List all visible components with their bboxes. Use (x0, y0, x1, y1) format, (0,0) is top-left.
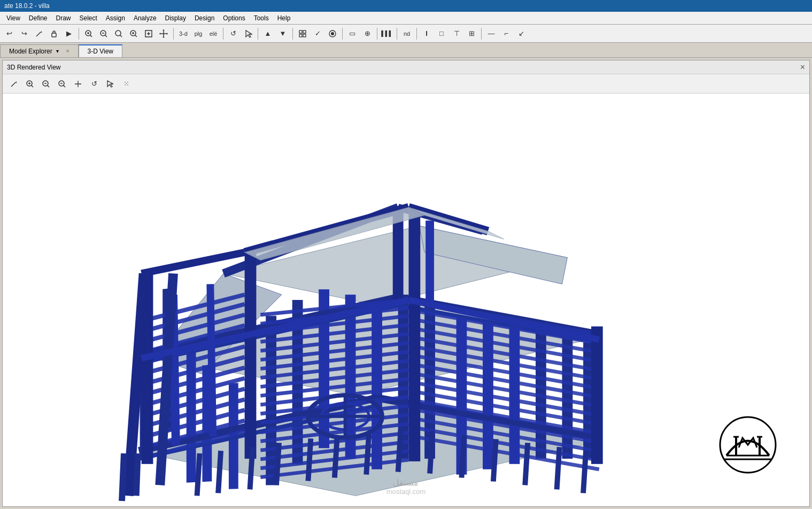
sep5 (292, 28, 293, 40)
pencil-view-button[interactable] (7, 77, 21, 91)
svg-line-141 (461, 435, 464, 477)
svg-line-35 (64, 85, 66, 87)
undo-button[interactable]: ↩ (2, 27, 16, 41)
zoom-prev-button[interactable] (112, 27, 126, 41)
mostaql-arabic: مستقل (386, 477, 426, 488)
svg-line-132 (197, 453, 200, 496)
reset-view-button[interactable]: ↺ (87, 77, 101, 91)
text-tool-button[interactable]: I (420, 27, 434, 41)
run-button[interactable]: ▶ (62, 27, 76, 41)
sep8 (397, 28, 397, 40)
reset-button[interactable]: ↺ (226, 27, 240, 41)
grid-button[interactable] (296, 27, 310, 41)
main-toolbar: ↩ ↪ ▶ 3-d plg elé ↺ ▲ ▼ ✓ ▭ ⊕ ▌▌▌ (0, 25, 812, 43)
menu-help[interactable]: Help (273, 13, 295, 23)
svg-line-131 (136, 453, 138, 496)
corner-tool-button[interactable]: ⌐ (499, 27, 513, 41)
zoom-out-window-button[interactable] (97, 27, 111, 41)
svg-line-133 (218, 451, 221, 493)
more-view-button[interactable]: ⁙ (119, 77, 133, 91)
sep6 (342, 28, 343, 40)
move-up-button[interactable]: ▲ (261, 27, 275, 41)
svg-line-145 (583, 451, 586, 493)
render-opts-button[interactable] (326, 27, 339, 41)
title-text: ate 18.0.2 - villa (4, 2, 50, 10)
cross-tool-button[interactable]: ⊕ (360, 27, 374, 41)
dash-tool-button[interactable]: — (484, 27, 498, 41)
svg-line-13 (135, 35, 137, 37)
svg-line-138 (366, 432, 369, 474)
move-down-button[interactable]: ▼ (276, 27, 290, 41)
tab-model-explorer-dropdown[interactable]: ▾ (52, 45, 63, 58)
menu-select[interactable]: Select (75, 13, 102, 23)
rendered-view-titlebar: 3D Rendered View × (3, 60, 809, 74)
svg-line-4 (90, 35, 92, 37)
select-view-button[interactable] (103, 77, 117, 91)
menu-draw[interactable]: Draw (51, 13, 75, 23)
rendered-view-close-button[interactable]: × (800, 63, 805, 72)
pan-view-button[interactable] (71, 77, 85, 91)
lock-button[interactable] (47, 27, 61, 41)
plan-view-button[interactable]: plg (191, 27, 205, 41)
menu-view[interactable]: View (2, 13, 25, 23)
svg-line-136 (308, 438, 311, 481)
svg-marker-26 (16, 81, 17, 83)
svg-line-144 (557, 447, 560, 489)
zoom-in-button[interactable] (82, 27, 96, 41)
menu-define[interactable]: Define (25, 13, 52, 23)
svg-point-24 (331, 32, 334, 35)
svg-rect-125 (245, 252, 257, 459)
tab-model-explorer[interactable]: Model Explorer ▾ × (0, 44, 79, 57)
filter-button[interactable]: ⊤ (450, 27, 463, 41)
view-panel: 3D Rendered View × ↺ ⁙ (2, 60, 810, 507)
3d-view-button[interactable]: 3-d (176, 27, 190, 41)
rect-tool-button[interactable]: ▭ (345, 27, 359, 41)
building-3d-view (3, 94, 809, 506)
svg-rect-2 (52, 33, 56, 37)
pencil-button[interactable] (32, 27, 46, 41)
svg-line-11 (120, 35, 122, 37)
svg-rect-22 (303, 34, 306, 37)
menu-options[interactable]: Options (219, 13, 249, 23)
menu-tools[interactable]: Tools (250, 13, 273, 23)
svg-rect-126 (408, 207, 420, 461)
sep1 (79, 28, 79, 40)
menu-design[interactable]: Design (190, 13, 219, 23)
pen-down-button[interactable]: ↙ (514, 27, 528, 41)
zoom-rect-button[interactable] (127, 27, 141, 41)
nd-button[interactable]: nd (400, 27, 414, 41)
view-toolbar: ↺ ⁙ (3, 74, 809, 94)
menu-assign[interactable]: Assign (102, 13, 129, 23)
col-tool-button[interactable]: ⊞ (465, 27, 478, 41)
svg-line-137 (335, 435, 337, 477)
zoom-fit-view-button[interactable] (55, 77, 69, 91)
menu-display[interactable]: Display (161, 13, 190, 23)
svg-line-0 (36, 32, 41, 36)
mostaql-url: mostaql.com (386, 488, 426, 496)
svg-line-142 (493, 439, 496, 481)
svg-marker-1 (41, 31, 42, 33)
check-button[interactable]: ✓ (311, 27, 324, 41)
mostaql-watermark: مستقل mostaql.com (386, 477, 426, 496)
sep9 (416, 28, 417, 40)
tab-model-explorer-close[interactable]: × (66, 48, 69, 54)
title-bar: ate 18.0.2 - villa (0, 0, 812, 12)
svg-rect-20 (303, 30, 306, 33)
rect-outline-button[interactable]: □ (435, 27, 448, 41)
bar-chart-button[interactable]: ▌▌▌ (380, 27, 394, 41)
pan-button[interactable] (157, 27, 171, 41)
zoom-out-view-button[interactable] (39, 77, 53, 91)
svg-line-143 (525, 443, 528, 485)
svg-line-134 (250, 447, 253, 489)
redo-button[interactable]: ↪ (17, 27, 31, 41)
svg-rect-127 (591, 326, 603, 464)
main-area: 3D Rendered View × ↺ ⁙ (0, 58, 812, 509)
elev-view-button[interactable]: elé (206, 27, 220, 41)
select-pointer-button[interactable] (241, 27, 255, 41)
canvas-area[interactable]: مستقل mostaql.com (3, 94, 809, 506)
zoom-actual-button[interactable] (142, 27, 156, 41)
tab-3d-view[interactable]: 3-D View (79, 44, 122, 57)
sep10 (481, 28, 482, 40)
zoom-in-view-button[interactable] (23, 77, 37, 91)
menu-analyze[interactable]: Analyze (129, 13, 161, 23)
